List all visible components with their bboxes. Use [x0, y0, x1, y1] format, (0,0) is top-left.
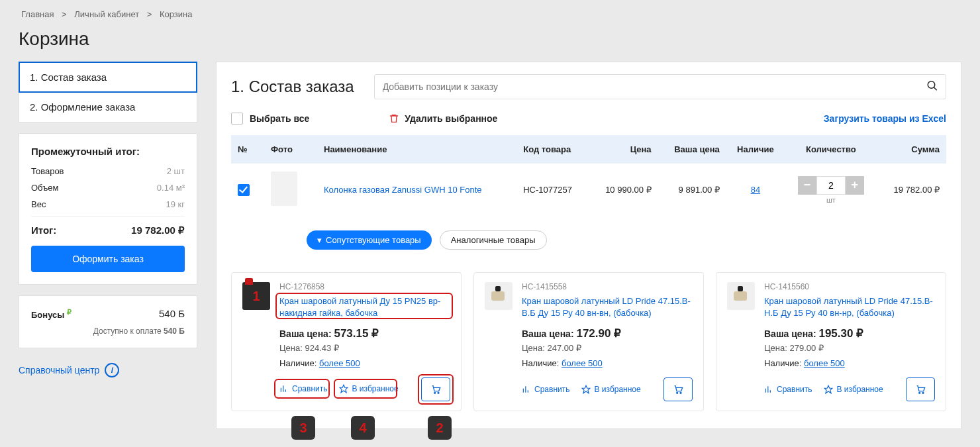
section-title: 1. Состав заказа [231, 77, 354, 96]
product-sku: НС-1415558 [522, 282, 693, 291]
trash-icon [389, 113, 399, 124]
your-price-value: 172.90 ₽ [576, 327, 621, 340]
total-label: Итог: [31, 224, 56, 236]
product-name-link[interactable]: Кран шаровой латунный Ду 15 PN25 вр-наки… [279, 295, 450, 319]
page-title: Корзина [19, 28, 961, 50]
excel-link[interactable]: Загрузить товары из Excel [824, 113, 946, 124]
row-sum: 19 782.00 ₽ [877, 164, 946, 216]
total-value: 19 782.00 ₽ [131, 224, 185, 236]
subtotal-title: Промежуточный итог: [31, 146, 185, 157]
subtotal-card: Промежуточный итог: Товаров 2 шт Объем 0… [19, 133, 197, 285]
table-row: Колонка газовая Zanussi GWH 10 Fonte НС-… [231, 164, 946, 216]
svg-marker-8 [825, 385, 833, 393]
compare-button[interactable]: Сравнить [279, 384, 327, 393]
orig-price-value: 247.00 ₽ [548, 343, 581, 353]
svg-line-1 [934, 87, 937, 91]
row-sku: НС-1077257 [516, 164, 589, 216]
help-link[interactable]: Справочный центр i [19, 363, 197, 377]
add-to-cart-button[interactable] [663, 377, 693, 401]
avail-link[interactable]: более 500 [562, 358, 603, 368]
svg-point-3 [434, 392, 436, 393]
orig-price-value: 279.00 ₽ [790, 343, 824, 353]
cart-icon [914, 384, 926, 395]
compare-button[interactable]: Сравнить [522, 385, 569, 394]
add-to-cart-button[interactable] [421, 377, 450, 401]
star-icon [339, 384, 348, 393]
svg-point-7 [680, 392, 681, 393]
step-1-order[interactable]: 1. Состав заказа [19, 62, 197, 92]
row-checkbox[interactable] [238, 184, 250, 196]
svg-marker-2 [340, 385, 348, 393]
compare-icon [522, 385, 531, 394]
product-link[interactable]: Колонка газовая Zanussi GWH 10 Fonte [324, 185, 482, 195]
bonus-title: Бонусы [31, 310, 64, 320]
items-value: 2 шт [167, 166, 185, 176]
product-card: НС-1415560 Кран шаровой латунный LD Prid… [716, 272, 946, 411]
delete-selected-label: Удалить выбранное [405, 113, 497, 124]
svg-marker-5 [583, 385, 591, 393]
svg-point-0 [928, 81, 935, 89]
qty-input[interactable] [816, 176, 846, 195]
step-2-checkout[interactable]: 2. Оформление заказа [19, 92, 197, 122]
product-name-link[interactable]: Кран шаровой латунный LD Pride 47.15.В-В… [522, 295, 693, 319]
search-icon[interactable] [926, 80, 938, 94]
product-thumb[interactable] [271, 172, 297, 206]
col-stock: Наличие [726, 135, 785, 164]
orig-price-label: Цена: [279, 343, 303, 353]
your-price-label: Ваша цена: [764, 328, 816, 339]
cart-icon [672, 384, 684, 395]
cart-icon [430, 384, 442, 395]
col-qty: Количество [785, 135, 877, 164]
add-to-cart-button[interactable] [906, 377, 935, 401]
avail-link[interactable]: более 500 [319, 358, 360, 368]
chevron-down-icon: ▾ [317, 235, 322, 245]
select-all-checkbox[interactable] [231, 113, 243, 124]
qty-minus-button[interactable]: − [798, 176, 816, 195]
checkout-button[interactable]: Оформить заказ [31, 246, 185, 272]
tab-accompanying[interactable]: ▾ Сопутствующие товары [307, 230, 432, 250]
product-sku: НС-1415560 [764, 282, 935, 291]
qty-plus-button[interactable]: + [846, 176, 864, 195]
col-your-price: Ваша цена [658, 135, 726, 164]
col-num: № [231, 135, 264, 164]
crumb-home[interactable]: Главная [21, 9, 54, 19]
row-your-price: 9 891.00 ₽ [658, 164, 726, 216]
bonus-value: 540 Б [159, 308, 185, 320]
row-price: 10 990.00 ₽ [589, 164, 658, 216]
product-sku: НС-1276858 [279, 282, 450, 291]
favorite-button[interactable]: В избранное [339, 384, 398, 393]
delete-selected-button[interactable]: Удалить выбранное [389, 113, 497, 124]
tab-analog[interactable]: Аналогичные товары [440, 230, 547, 250]
help-label: Справочный центр [19, 365, 99, 375]
product-image[interactable]: 1 [242, 282, 270, 310]
your-price-label: Ваша цена: [279, 328, 332, 339]
select-all-label: Выбрать все [250, 113, 309, 124]
avail-link[interactable]: более 500 [804, 358, 845, 368]
compare-icon [764, 385, 773, 394]
crumb-account[interactable]: Личный кабинет [74, 9, 139, 19]
product-image[interactable] [727, 282, 755, 310]
volume-label: Объем [31, 183, 58, 193]
col-sum: Сумма [877, 135, 946, 164]
product-card: 1 НС-1276858 Кран шаровой латунный Ду 15… [231, 272, 462, 411]
favorite-button[interactable]: В избранное [581, 385, 640, 394]
crumb-cart: Корзина [160, 9, 193, 19]
compare-icon [279, 384, 289, 393]
star-icon [824, 385, 833, 394]
weight-value: 19 кг [166, 199, 185, 209]
your-price-label: Ваша цена: [522, 328, 574, 339]
your-price-value: 195.30 ₽ [818, 327, 863, 340]
col-price: Цена [589, 135, 658, 164]
your-price-value: 573.15 ₽ [334, 327, 379, 340]
product-card: НС-1415558 Кран шаровой латунный LD Prid… [473, 272, 704, 411]
search-input[interactable] [374, 74, 946, 99]
col-photo: Фото [264, 135, 317, 164]
compare-button[interactable]: Сравнить [764, 385, 812, 394]
weight-label: Вес [31, 199, 46, 209]
col-sku: Код товара [516, 135, 589, 164]
favorite-button[interactable]: В избранное [824, 385, 883, 394]
product-name-link[interactable]: Кран шаровой латунный LD Pride 47.15.В-Н… [764, 295, 935, 319]
col-name: Наименование [317, 135, 516, 164]
product-image[interactable] [485, 282, 513, 310]
row-stock-link[interactable]: 84 [751, 185, 760, 195]
